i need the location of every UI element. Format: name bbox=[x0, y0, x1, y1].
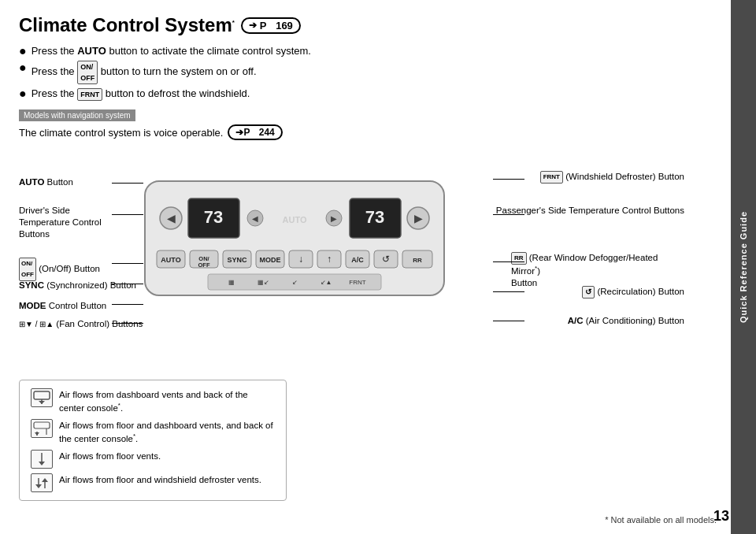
label-driver: Driver's SideTemperature ControlButtons bbox=[19, 205, 102, 240]
label-onoff: ON/OFF (On/Off) Button bbox=[19, 258, 100, 281]
label-recirc: ↺ (Recirculation) Button bbox=[582, 286, 684, 299]
info-text-1: Air flows from dashboard vents and back … bbox=[59, 388, 275, 414]
page-title: Climate Control System* ➔P 169 bbox=[19, 14, 712, 36]
svg-rect-39 bbox=[34, 391, 50, 399]
svg-text:73: 73 bbox=[204, 207, 223, 227]
not-available-note: * Not available on all models. bbox=[605, 515, 717, 525]
ref-p: P bbox=[260, 20, 267, 32]
info-text-4: Air flows from floor and windshield defr… bbox=[59, 473, 261, 486]
models-label: Models with navigation system bbox=[19, 109, 135, 121]
line-fan bbox=[112, 323, 143, 324]
label-mode: MODE Control Button bbox=[19, 300, 106, 312]
label-ac: A/C (Air Conditioning) Button bbox=[568, 315, 684, 327]
bullet-item-1: ● Press the AUTO button to activate the … bbox=[19, 44, 712, 58]
line-ac bbox=[493, 321, 524, 321]
info-text-2: Air flows from floor and dashboard vents… bbox=[59, 419, 275, 445]
svg-text:↑: ↑ bbox=[327, 254, 332, 265]
info-icon-3 bbox=[31, 450, 53, 469]
svg-text:▦: ▦ bbox=[228, 279, 235, 286]
ref-arrow: ➔ bbox=[249, 20, 257, 31]
svg-text:FRNT: FRNT bbox=[349, 279, 365, 286]
title-text: Climate Control System* bbox=[19, 14, 235, 36]
svg-text:↓: ↓ bbox=[298, 254, 303, 265]
footer-note: * Not available on all models. bbox=[605, 515, 717, 525]
cc-panel: 73 AUTO 73 ◀ ▶ ◀ ▶ bbox=[141, 173, 448, 303]
cc-panel-svg: 73 AUTO 73 ◀ ▶ ◀ ▶ bbox=[141, 173, 448, 303]
diagram-section: AUTO Button Driver's SideTemperature Con… bbox=[19, 151, 712, 372]
svg-text:SYNC: SYNC bbox=[227, 256, 247, 264]
svg-text:RR: RR bbox=[413, 257, 422, 264]
info-row-1: Air flows from dashboard vents and back … bbox=[31, 388, 275, 414]
line-driver bbox=[112, 214, 143, 215]
voice-ref-page: 244 bbox=[259, 127, 275, 138]
front-icon-bullet: FRNT bbox=[77, 88, 102, 101]
info-text-3: Air flows from floor vents. bbox=[59, 450, 161, 462]
info-icon-2 bbox=[31, 419, 53, 438]
bullet-text-1: Press the AUTO button to activate the cl… bbox=[32, 44, 311, 58]
voice-ref: ➔P 244 bbox=[228, 124, 282, 140]
svg-marker-47 bbox=[39, 462, 45, 465]
front-label-icon: FRNT bbox=[540, 171, 563, 184]
bullet-dot-1: ● bbox=[19, 45, 27, 57]
info-icon-1 bbox=[31, 388, 53, 407]
svg-marker-49 bbox=[35, 484, 42, 488]
svg-marker-51 bbox=[42, 478, 48, 482]
svg-text:OFF: OFF bbox=[198, 261, 210, 269]
svg-text:↙▲: ↙▲ bbox=[321, 279, 332, 286]
page-ref-title: ➔P 169 bbox=[241, 17, 301, 34]
svg-text:AUTO: AUTO bbox=[283, 215, 307, 224]
label-sync: SYNC (Synchronized) Button bbox=[19, 280, 136, 291]
svg-text:A/C: A/C bbox=[351, 256, 364, 264]
info-row-4: Air flows from floor and windshield defr… bbox=[31, 473, 275, 492]
svg-text:▦↙: ▦↙ bbox=[258, 279, 269, 286]
line-passenger bbox=[493, 214, 524, 215]
ref-page-num: 169 bbox=[276, 20, 293, 32]
bullet-dot-3: ● bbox=[19, 87, 27, 100]
line-windshield bbox=[493, 179, 524, 180]
voice-ref-arrow: ➔P bbox=[235, 127, 250, 138]
main-content: Climate Control System* ➔P 169 ● Press t… bbox=[0, 0, 731, 534]
rear-label-icon: RR bbox=[511, 252, 527, 265]
bullet-item-2: ● Press the ON/OFF button to turn the sy… bbox=[19, 61, 712, 84]
svg-text:▶: ▶ bbox=[331, 214, 337, 223]
info-row-2: Air flows from floor and dashboard vents… bbox=[31, 419, 275, 445]
svg-rect-42 bbox=[34, 422, 50, 428]
label-auto: AUTO Button bbox=[19, 176, 73, 188]
onoff-icon-bullet: ON/OFF bbox=[77, 61, 98, 84]
label-rear-defog: RR (Rear Window Defogger/Heated Mirror*)… bbox=[511, 252, 684, 289]
models-nav-box: Models with navigation system bbox=[19, 109, 712, 124]
line-auto bbox=[112, 183, 143, 184]
info-row-3: Air flows from floor vents. bbox=[31, 450, 275, 469]
onoff-label-icon: ON/OFF bbox=[19, 258, 36, 281]
line-recirc bbox=[493, 291, 524, 292]
svg-text:↙: ↙ bbox=[292, 279, 298, 286]
svg-text:73: 73 bbox=[365, 207, 384, 227]
label-fan: ⊞▼ / ⊞▲ (Fan Control) Buttons bbox=[19, 318, 143, 330]
info-icon-4 bbox=[31, 473, 53, 492]
svg-text:AUTO: AUTO bbox=[161, 256, 180, 264]
svg-text:◀: ◀ bbox=[167, 212, 176, 224]
bullet-item-3: ● Press the FRNT button to defrost the w… bbox=[19, 87, 712, 101]
voice-text: The climate control system is voice oper… bbox=[19, 127, 223, 139]
sidebar: Quick Reference Guide bbox=[731, 0, 756, 534]
line-mode bbox=[112, 304, 143, 305]
info-box: Air flows from dashboard vents and back … bbox=[19, 380, 287, 501]
recirc-label-icon: ↺ bbox=[582, 286, 595, 299]
svg-text:↺: ↺ bbox=[382, 254, 390, 265]
page-number: 13 bbox=[713, 508, 729, 525]
label-windshield: FRNT (Windshield Defroster) Button bbox=[540, 171, 684, 184]
line-sync bbox=[112, 284, 143, 284]
svg-text:◀: ◀ bbox=[252, 214, 258, 223]
line-rear bbox=[493, 261, 524, 262]
svg-text:▶: ▶ bbox=[414, 212, 423, 224]
svg-marker-41 bbox=[39, 401, 45, 404]
bullets-section: ● Press the AUTO button to activate the … bbox=[19, 44, 712, 101]
bullet-dot-2: ● bbox=[19, 61, 27, 74]
svg-marker-44 bbox=[35, 432, 39, 436]
svg-text:MODE: MODE bbox=[260, 256, 281, 264]
line-onoff bbox=[112, 263, 143, 264]
voice-line: The climate control system is voice oper… bbox=[19, 124, 712, 140]
sidebar-label: Quick Reference Guide bbox=[739, 211, 748, 323]
bullet-text-2: Press the ON/OFF button to turn the syst… bbox=[32, 61, 257, 84]
bullet-text-3: Press the FRNT button to defrost the win… bbox=[32, 87, 250, 101]
